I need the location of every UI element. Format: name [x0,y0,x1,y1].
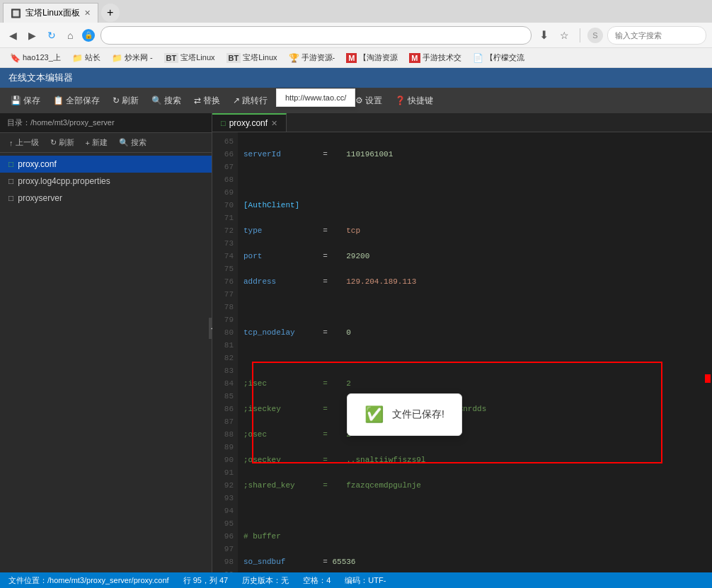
code-line-70: address = 129.204.189.113 [243,275,706,288]
file-icon: □ [8,176,13,186]
download-button[interactable]: ⬇ [536,27,552,43]
refresh-button[interactable]: ↻ 刷新 [108,93,144,109]
browser-tab[interactable]: 🔲 宝塔Linux面板 ✕ [3,3,98,23]
forward-button[interactable]: ▶ [25,28,40,42]
bookmark-icon: 📁 [72,53,83,63]
settings-button[interactable]: ⚙ 设置 [350,93,387,109]
home-button[interactable]: ⌂ [64,28,76,42]
shortcuts-icon: ❓ [395,96,406,105]
code-line-66 [243,173,706,186]
new-icon: + [86,139,90,147]
goto-button[interactable]: ↗ 跳转行 [228,93,272,109]
code-line-69: port = 29200 [243,250,706,263]
bookmark-station[interactable]: 📁 站长 [68,51,105,64]
code-line-78: ;shared_key = fzazqcemdpgulnje [243,479,706,492]
line-numbers: 6566676869 7071727374 7576777879 8081828… [212,132,238,572]
url-tooltip: http://www.tao.cc/ [276,88,355,107]
file-item-proxy-log4cpp[interactable]: □ proxy.log4cpp.properties [0,173,212,190]
bookmark-chaomi[interactable]: 📁 炒米网 - [108,51,157,64]
code-tab-label: proxy.conf [229,118,268,128]
code-lines: serverId = 1101961001 [AuthClient] type … [238,132,712,572]
bookmark-label: 站长 [85,52,101,63]
bookmark-shouyoutech[interactable]: M 手游技术交 [405,51,465,64]
save-all-label: 全部保存 [66,95,100,107]
code-line-73 [243,352,706,364]
m-icon2: M [409,53,420,63]
refresh-icon: ↻ [113,96,120,105]
bookmark-hao123[interactable]: 🔖 hao123_上 [6,51,65,64]
m-icon: M [346,53,357,63]
tooltip-text: http://www.tao.cc/ [285,93,346,102]
code-line-81: so_sndbuf = 65536 [243,555,706,568]
bookmark-button[interactable]: ☆ [556,28,573,42]
tab-close-button[interactable]: ✕ [84,8,91,18]
save-button[interactable]: 💾 保存 [6,93,45,109]
directory-path: 目录：/home/mt3/proxy_server [0,113,212,133]
code-tab-proxy-conf[interactable]: □ proxy.conf ✕ [212,113,287,132]
bookmark-icon: 🔖 [10,53,21,63]
refresh-button[interactable]: ↻ [44,28,59,42]
encoding-setting: 编码：UTF- [345,575,386,586]
code-line-80: # buffer [243,530,706,543]
tab-bar: 🔲 宝塔Linux面板 ✕ + [0,0,712,23]
file-icon: □ [8,159,13,169]
code-line-65: serverId = 1101961001 [243,148,706,161]
new-file-button[interactable]: + 新建 [82,136,111,149]
bookmark-bt1[interactable]: BT 宝塔Linux [160,51,219,64]
bookmark-shouyou[interactable]: 🏆 手游资源- [285,51,340,64]
refresh-dir-button[interactable]: ↻ 刷新 [47,136,78,149]
goto-label: 跳转行 [242,95,268,107]
search-label: 搜索 [164,95,181,107]
code-editor[interactable]: □ proxy.conf ✕ 6566676869 7071727374 757… [212,113,712,572]
shortcuts-label: 快捷键 [408,95,433,107]
shortcuts-button[interactable]: ❓ 快捷键 [390,93,438,109]
editor-title: 在线文本编辑器 [8,71,73,84]
bookmark-label: 手游资源- [302,52,335,63]
bookmark-label: 【柠檬交流 [486,52,524,63]
bookmark-label: 宝塔Linux [180,52,214,63]
goto-icon: ↗ [233,96,240,105]
code-line-68: type = tcp [243,224,706,237]
up-icon: ↑ [9,139,13,147]
file-list: □ proxy.conf □ proxy.log4cpp.properties … [0,153,212,572]
refresh-dir-icon: ↻ [50,138,57,147]
search-input[interactable] [607,26,706,45]
up-directory-button[interactable]: ↑ 上一级 [6,136,42,149]
code-line-74: ;isec = 2 [243,377,706,390]
file-sidebar: 目录：/home/mt3/proxy_server ↑ 上一级 ↻ 刷新 + 新… [0,113,212,572]
search-button[interactable]: 🔍 搜索 [147,93,186,109]
bookmark-taoyou[interactable]: M 【淘游资源 [342,51,402,64]
bookmark-label: 炒米网 - [125,52,153,63]
new-tab-button[interactable]: + [101,4,120,22]
file-name: proxy.conf [18,159,56,169]
code-tab-close[interactable]: ✕ [271,119,277,128]
save-all-button[interactable]: 📋 全部保存 [48,93,105,109]
main-area: 目录：/home/mt3/proxy_server ↑ 上一级 ↻ 刷新 + 新… [0,113,712,572]
bookmark-lemon[interactable]: 📄 【柠檬交流 [469,51,529,64]
sidebar-actions: ↑ 上一级 ↻ 刷新 + 新建 🔍 搜索 [0,133,212,153]
code-line-75: ;iseckey = n1hxpxztozyxnsvk6RaycpmrCnrdd… [243,403,706,415]
directory-label: 目录：/home/mt3/proxy_server [7,118,115,127]
back-button[interactable]: ◀ [6,28,21,42]
search-dir-button[interactable]: 🔍 搜索 [115,136,150,149]
replace-button[interactable]: ⇄ 替换 [189,93,225,109]
save-label: 保存 [23,95,40,107]
code-line-79 [243,505,706,517]
search-dir-icon: 🔍 [119,138,129,147]
bookmark-bt2[interactable]: BT 宝塔Linux [222,51,282,64]
code-content[interactable]: 6566676869 7071727374 7576777879 8081828… [212,132,712,572]
code-line-67: [AuthClient] [243,199,706,212]
nav-bar: ◀ ▶ ↻ ⌂ 🔒 http://129.204.189.113:8888/fi… [0,23,712,48]
file-item-proxy-conf[interactable]: □ proxy.conf [0,156,212,173]
separator [580,28,580,42]
address-bar[interactable]: http://129.204.189.113:8888/files [101,26,532,45]
file-item-proxyserver[interactable]: □ proxyserver [0,190,212,207]
file-icon: □ [8,193,13,203]
save-icon: 💾 [11,96,21,105]
save-notification: ✅ 文件已保存! [347,393,462,436]
up-label: 上一级 [16,137,39,148]
editor-container: 在线文本编辑器 💾 保存 📋 全部保存 ↻ 刷新 🔍 搜索 ⇄ 替换 ↗ 跳转行… [0,68,712,588]
bookmarks-bar: 🔖 hao123_上 📁 站长 📁 炒米网 - BT 宝塔Linux BT 宝塔… [0,48,712,68]
bookmark-label: hao123_上 [23,52,61,63]
bookmark-label: 【淘游资源 [359,52,398,63]
